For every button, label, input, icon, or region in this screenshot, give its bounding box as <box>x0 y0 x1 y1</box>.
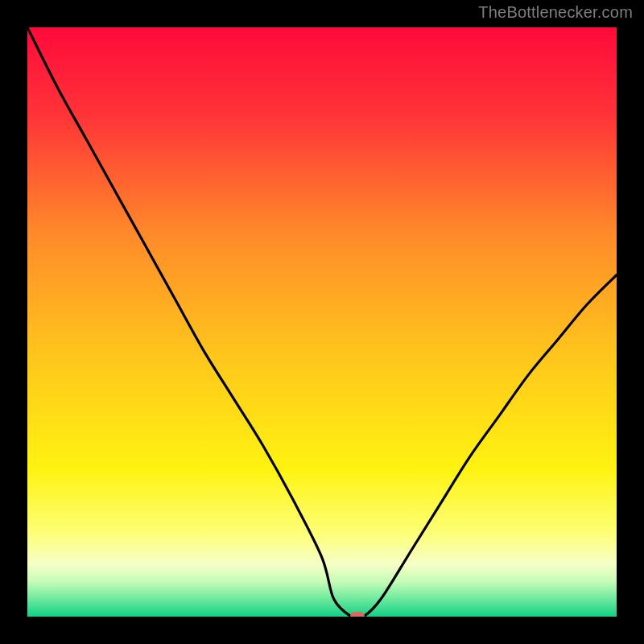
attribution-text: TheBottlenecker.com <box>478 3 633 22</box>
optimal-marker <box>350 612 365 617</box>
plot-area <box>27 27 617 617</box>
bottleneck-curve <box>27 27 617 617</box>
chart-container: TheBottlenecker.com <box>0 0 644 644</box>
